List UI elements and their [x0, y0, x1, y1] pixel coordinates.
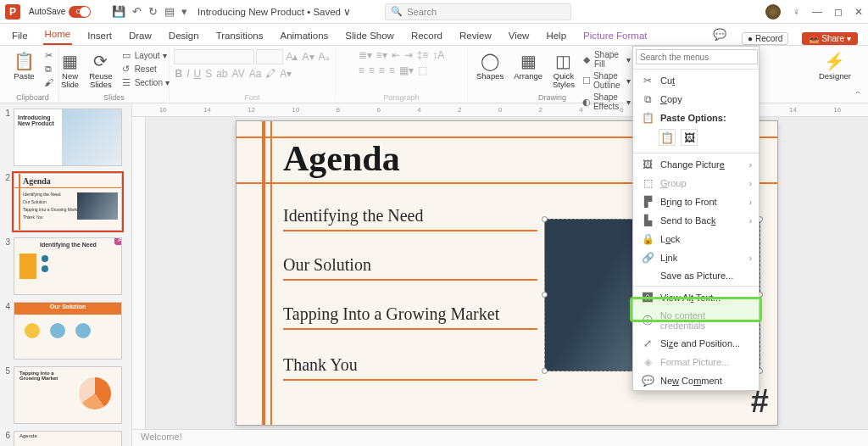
columns-icon[interactable]: ▦▾ [398, 64, 415, 76]
menu-size-position[interactable]: ⤢Size and Position... [633, 334, 759, 353]
bullets-icon[interactable]: ≣▾ [358, 49, 373, 61]
user-avatar-icon[interactable] [765, 4, 781, 20]
slide-thumbnails-panel[interactable]: 1Introducing New Product 2AgendaIdentify… [0, 103, 132, 446]
align-center-icon[interactable]: ≡ [368, 64, 376, 76]
notes-pane[interactable]: Welcome! [132, 429, 868, 446]
highlight-icon[interactable]: 🖍 [264, 68, 276, 80]
new-slide-button[interactable]: ▦New Slide [58, 49, 82, 92]
tab-picture-format[interactable]: Picture Format [581, 31, 648, 45]
thumbnail-3[interactable]: AIdentifying the Need [14, 237, 122, 295]
cut-button[interactable]: ✂ [42, 49, 55, 62]
reset-button[interactable]: ↺Reset [120, 63, 170, 75]
smartart-icon[interactable]: ⬚ [417, 64, 428, 76]
tab-transitions[interactable]: Transitions [214, 31, 265, 45]
font-color-icon[interactable]: A▾ [279, 68, 292, 80]
tab-animations[interactable]: Animations [278, 31, 330, 45]
menu-send-to-back[interactable]: ▙Send to Back› [633, 211, 759, 230]
minimize-icon[interactable]: — [812, 6, 822, 18]
menu-change-picture[interactable]: 🖼Change Picture› [633, 155, 759, 174]
agenda-item-4[interactable]: Thank You [283, 355, 358, 375]
tab-help[interactable]: Help [544, 31, 568, 45]
comments-button[interactable]: 💬 [711, 28, 728, 45]
tab-record[interactable]: Record [409, 31, 444, 45]
spacing-button[interactable]: AV [231, 68, 246, 80]
case-button[interactable]: Aa [248, 68, 263, 80]
copy-button[interactable]: ⧉ [42, 63, 55, 75]
reuse-slides-button[interactable]: ⟳Reuse Slides [86, 49, 115, 92]
align-right-icon[interactable]: ≡ [378, 64, 386, 76]
undo-icon[interactable]: ↶ [132, 5, 142, 18]
menu-view-alt-text[interactable]: 🅰View Alt Text... [633, 288, 759, 307]
menu-copy[interactable]: ⧉Copy [633, 90, 759, 109]
paste-button[interactable]: 📋Paste [10, 49, 38, 82]
slide-title[interactable]: Agenda [283, 138, 400, 179]
paste-picture-icon[interactable]: 🖼 [681, 129, 698, 146]
arrange-button[interactable]: ▦Arrange [510, 49, 546, 82]
italic-button[interactable]: I [186, 68, 190, 80]
agenda-item-2[interactable]: Our Solution [283, 255, 371, 275]
tab-review[interactable]: Review [458, 31, 493, 45]
shape-outline-button[interactable]: ☐Shape Outline▾ [581, 70, 632, 91]
more-icon[interactable]: ▾ [181, 5, 187, 18]
layout-button[interactable]: ▭Layout▾ [120, 49, 170, 62]
underline-button[interactable]: U [193, 68, 203, 80]
redo-icon[interactable]: ↻ [148, 5, 158, 18]
font-size-input[interactable] [256, 49, 283, 64]
collapse-ribbon-icon[interactable]: ⌃ [854, 90, 861, 99]
designer-button[interactable]: ⚡Designer [815, 49, 854, 82]
quick-styles-button[interactable]: ◫Quick Styles [549, 49, 578, 92]
menu-search-input[interactable] [636, 49, 758, 64]
paste-keep-source-icon[interactable]: 📋 [659, 129, 676, 146]
text-direction-icon[interactable]: ↕A [431, 49, 445, 61]
thumbnail-1[interactable]: Introducing New Product [14, 109, 122, 166]
resize-handle-w[interactable] [542, 292, 548, 298]
grow-font-icon[interactable]: A▴ [285, 51, 298, 63]
shape-fill-button[interactable]: ◆Shape Fill▾ [581, 49, 632, 70]
shrink-font-icon[interactable]: A▾ [302, 51, 315, 63]
maximize-icon[interactable]: ◻ [834, 6, 843, 18]
indent-left-icon[interactable]: ⇤ [391, 49, 401, 61]
tab-draw[interactable]: Draw [127, 31, 153, 45]
thumbnail-2[interactable]: AgendaIdentifying the NeedOur SolutionTa… [14, 173, 122, 231]
thumbnail-4[interactable]: Our Solution [14, 302, 122, 360]
thumbnail-6[interactable]: Agenda [14, 431, 122, 446]
search-box[interactable]: 🔍 Search [385, 3, 571, 20]
shapes-button[interactable]: ◯Shapes [473, 49, 507, 82]
insights-icon[interactable]: ♀ [793, 6, 800, 18]
resize-handle-nw[interactable] [542, 216, 548, 222]
present-icon[interactable]: ▤ [164, 5, 175, 18]
numbering-icon[interactable]: ≡▾ [376, 49, 388, 61]
justify-icon[interactable]: ≡ [388, 64, 396, 76]
indent-right-icon[interactable]: ⇥ [403, 49, 414, 61]
save-icon[interactable]: 💾 [112, 5, 125, 18]
thumbnail-5[interactable]: Tapping Into a Growing Market [14, 366, 122, 424]
strike-button[interactable]: S [204, 68, 213, 80]
menu-format-picture[interactable]: ◈Format Picture... [633, 353, 759, 371]
bold-button[interactable]: B [174, 68, 183, 80]
line-spacing-icon[interactable]: ‡≡ [416, 49, 430, 61]
tab-view[interactable]: View [507, 31, 531, 45]
align-left-icon[interactable]: ≡ [358, 64, 365, 76]
tab-home[interactable]: Home [43, 29, 73, 45]
menu-new-comment[interactable]: 💬New Comment [633, 371, 759, 390]
tab-file[interactable]: File [10, 31, 30, 45]
resize-handle-sw[interactable] [542, 368, 548, 374]
menu-link[interactable]: 🔗Link› [633, 248, 759, 267]
document-title[interactable]: Introducing New Product • Saved ∨ [198, 6, 351, 18]
clear-format-icon[interactable]: Aₐ [318, 51, 331, 63]
menu-bring-to-front[interactable]: ▛Bring to Front› [633, 192, 759, 211]
record-button[interactable]: ● Record [742, 32, 788, 45]
tab-insert[interactable]: Insert [86, 31, 114, 45]
tab-design[interactable]: Design [167, 31, 201, 45]
menu-cut[interactable]: ✂Cut [633, 71, 759, 90]
menu-save-as-picture[interactable]: Save as Picture... [633, 267, 759, 284]
format-painter-button[interactable]: 🖌 [42, 76, 55, 88]
agenda-item-3[interactable]: Tapping Into a Growing Market [283, 304, 499, 324]
menu-lock[interactable]: 🔒Lock [633, 230, 759, 248]
section-button[interactable]: ☰Section▾ [120, 76, 170, 89]
close-icon[interactable]: ✕ [854, 6, 863, 18]
font-name-input[interactable] [174, 49, 254, 64]
autosave-toggle[interactable]: AutoSave On [29, 6, 103, 18]
agenda-item-1[interactable]: Identifying the Need [283, 206, 424, 226]
shadow-button[interactable]: ab [215, 68, 228, 80]
